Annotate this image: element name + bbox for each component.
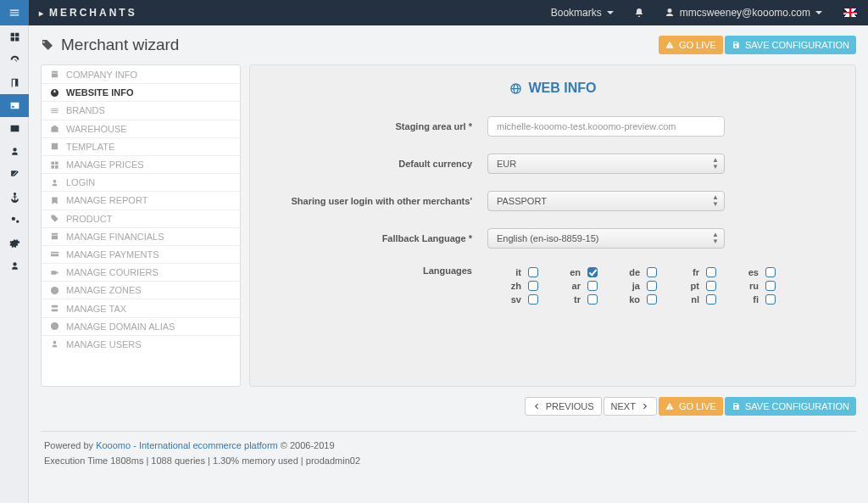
page-title: Merchant wizard [41, 36, 179, 54]
next-button[interactable]: NEXT [604, 397, 657, 416]
rail-item-avatar[interactable] [0, 254, 29, 277]
rail-item-1[interactable] [0, 25, 29, 48]
language-flag-button[interactable] [832, 0, 868, 25]
footer-prefix: Powered by [44, 440, 96, 450]
sidebar-item-manage-zones[interactable]: MANAGE ZONES [42, 281, 240, 299]
sidebar-item-manage-tax[interactable]: MANAGE TAX [42, 299, 240, 316]
id-card-icon [9, 100, 20, 111]
rail-item-card[interactable] [0, 117, 29, 140]
sharing-select[interactable]: PASSPORT▲▼ [487, 191, 725, 211]
bookmarks-menu[interactable]: Bookmarks [541, 0, 624, 25]
sidebar-icon [50, 160, 59, 170]
go-live-button-top[interactable]: GO LIVE [659, 36, 723, 54]
language-code: fr [693, 267, 699, 277]
language-checkbox-es[interactable] [765, 267, 776, 277]
language-checkbox-fr[interactable] [706, 267, 716, 277]
language-tr[interactable]: tr [547, 293, 598, 306]
language-checkbox-ru[interactable] [765, 281, 776, 291]
cogs-icon [9, 215, 20, 226]
language-ar[interactable]: ar [547, 279, 598, 293]
sidebar-item-label: MANAGE TAX [66, 304, 126, 314]
footer-link[interactable]: Kooomo - International ecommerce platfor… [96, 440, 278, 450]
language-code: zh [511, 281, 521, 291]
sidebar-item-manage-couriers[interactable]: MANAGE COURIERS [42, 263, 240, 281]
fallback-select[interactable]: English (en-iso-8859-15)▲▼ [487, 228, 725, 249]
sidebar-icon [50, 304, 59, 313]
language-nl[interactable]: nl [665, 293, 716, 306]
rail-item-gear[interactable] [0, 232, 29, 254]
notifications-button[interactable] [624, 0, 654, 25]
language-en[interactable]: en [547, 265, 598, 279]
sidebar-item-label: BRANDS [66, 105, 105, 115]
sidebar-item-manage-report[interactable]: MANAGE REPORT [42, 191, 240, 209]
top-navbar: ▸MERCHANTS Bookmarks mmcsweeney@kooomo.c… [0, 0, 868, 25]
id-card-2-icon [9, 123, 20, 134]
sidebar-icon [50, 286, 59, 295]
sharing-label: Sharing user login with other merchants' [275, 196, 487, 206]
language-checkbox-en[interactable] [587, 267, 598, 277]
rail-item-dashboard[interactable] [0, 48, 29, 71]
currency-select[interactable]: EUR▲▼ [487, 154, 725, 174]
language-checkbox-sv[interactable] [528, 294, 538, 305]
footer-suffix: © 2006-2019 [278, 440, 335, 450]
language-code: tr [574, 294, 581, 305]
menu-toggle-button[interactable] [0, 0, 29, 25]
language-ko[interactable]: ko [606, 293, 657, 306]
sidebar-item-warehouse[interactable]: WAREHOUSE [42, 120, 240, 137]
person-icon [9, 146, 20, 157]
language-checkbox-it[interactable] [528, 267, 538, 277]
user-icon [665, 8, 675, 18]
sidebar-item-manage-users[interactable]: MANAGE USERS [42, 335, 240, 353]
language-de[interactable]: de [606, 265, 657, 279]
language-checkbox-nl[interactable] [706, 294, 716, 305]
sidebar-item-brands[interactable]: BRANDS [42, 101, 240, 119]
language-ru[interactable]: ru [725, 279, 776, 293]
language-zh[interactable]: zh [487, 279, 538, 293]
language-checkbox-tr[interactable] [587, 294, 598, 305]
sidebar-icon [50, 70, 59, 79]
sidebar-item-product[interactable]: PRODUCT [42, 210, 240, 227]
language-sv[interactable]: sv [487, 293, 538, 306]
user-menu[interactable]: mmcsweeney@kooomo.com [654, 0, 832, 25]
rail-item-book[interactable] [0, 71, 29, 94]
language-checkbox-ko[interactable] [647, 294, 657, 305]
previous-button[interactable]: PREVIOUS [525, 397, 602, 416]
rail-item-anchor[interactable] [0, 186, 29, 209]
language-code: ja [632, 281, 640, 291]
sidebar-item-manage-domain-alias[interactable]: MANAGE DOMAIN ALIAS [42, 317, 240, 335]
language-checkbox-ar[interactable] [587, 281, 598, 291]
language-fr[interactable]: fr [665, 265, 716, 279]
language-it[interactable]: it [487, 265, 538, 279]
save-config-button-bottom[interactable]: SAVE CONFIGURATION [725, 397, 856, 416]
sidebar-item-label: WEBSITE INFO [66, 87, 133, 98]
rail-item-card-active[interactable] [0, 94, 29, 117]
sidebar-item-manage-payments[interactable]: MANAGE PAYMENTS [42, 245, 240, 263]
language-checkbox-ja[interactable] [647, 281, 657, 291]
language-checkbox-de[interactable] [647, 267, 657, 277]
sidebar-item-label: WAREHOUSE [66, 124, 127, 134]
sidebar-item-website-info[interactable]: WEBSITE INFO [42, 83, 240, 101]
sidebar-item-login[interactable]: LOGIN [42, 173, 240, 191]
warning-icon [665, 41, 674, 49]
chevron-left-icon [532, 402, 541, 411]
staging-input[interactable] [487, 116, 725, 137]
rail-item-edit[interactable] [0, 163, 29, 186]
language-code: nl [691, 294, 699, 305]
brand-title: ▸MERCHANTS [29, 7, 137, 19]
rail-item-settings[interactable] [0, 209, 29, 232]
rail-item-user[interactable] [0, 140, 29, 163]
language-pt[interactable]: pt [665, 279, 716, 293]
language-checkbox-pt[interactable] [706, 281, 716, 291]
go-live-button-bottom[interactable]: GO LIVE [659, 397, 723, 416]
sidebar-item-template[interactable]: TEMPLATE [42, 137, 240, 155]
save-config-button-top[interactable]: SAVE CONFIGURATION [725, 36, 856, 54]
language-checkbox-zh[interactable] [528, 281, 538, 291]
sidebar-icon [50, 268, 59, 277]
sidebar-item-manage-prices[interactable]: MANAGE PRICES [42, 155, 240, 173]
language-ja[interactable]: ja [606, 279, 657, 293]
sidebar-item-manage-financials[interactable]: MANAGE FINANCIALS [42, 227, 240, 245]
language-fi[interactable]: fi [725, 293, 776, 306]
sidebar-item-company-info[interactable]: COMPANY INFO [42, 65, 240, 83]
language-es[interactable]: es [725, 265, 776, 279]
language-checkbox-fi[interactable] [765, 294, 776, 305]
